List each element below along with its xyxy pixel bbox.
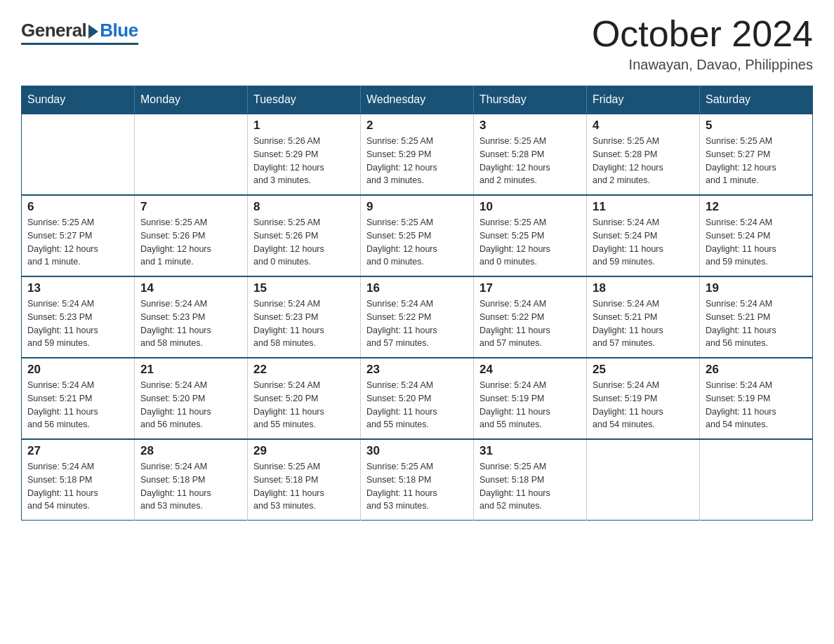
day-number: 16 (366, 281, 468, 295)
day-number: 24 (479, 363, 581, 377)
calendar-cell (700, 439, 813, 521)
logo-blue-text: Blue (100, 20, 138, 41)
day-info: Sunrise: 5:24 AM Sunset: 5:22 PM Dayligh… (366, 297, 468, 350)
day-info: Sunrise: 5:24 AM Sunset: 5:21 PM Dayligh… (27, 379, 128, 431)
weekday-header-row: SundayMondayTuesdayWednesdayThursdayFrid… (22, 86, 813, 114)
calendar-cell (22, 114, 135, 195)
calendar-cell: 17Sunrise: 5:24 AM Sunset: 5:22 PM Dayli… (474, 276, 587, 358)
day-number: 31 (479, 444, 581, 458)
calendar-cell: 15Sunrise: 5:24 AM Sunset: 5:23 PM Dayli… (248, 276, 361, 358)
day-info: Sunrise: 5:25 AM Sunset: 5:28 PM Dayligh… (593, 135, 694, 187)
calendar-cell: 6Sunrise: 5:25 AM Sunset: 5:27 PM Daylig… (22, 195, 135, 276)
calendar-cell: 7Sunrise: 5:25 AM Sunset: 5:26 PM Daylig… (135, 195, 248, 276)
day-number: 13 (27, 281, 128, 295)
day-info: Sunrise: 5:24 AM Sunset: 5:18 PM Dayligh… (140, 460, 241, 513)
calendar-cell: 1Sunrise: 5:26 AM Sunset: 5:29 PM Daylig… (248, 114, 361, 195)
day-number: 25 (593, 363, 694, 377)
calendar-cell: 9Sunrise: 5:25 AM Sunset: 5:25 PM Daylig… (361, 195, 474, 276)
day-info: Sunrise: 5:24 AM Sunset: 5:20 PM Dayligh… (366, 379, 468, 431)
calendar-cell: 18Sunrise: 5:24 AM Sunset: 5:21 PM Dayli… (587, 276, 700, 358)
calendar-cell: 24Sunrise: 5:24 AM Sunset: 5:19 PM Dayli… (474, 358, 587, 439)
day-info: Sunrise: 5:24 AM Sunset: 5:20 PM Dayligh… (253, 379, 355, 431)
day-info: Sunrise: 5:25 AM Sunset: 5:29 PM Dayligh… (366, 135, 468, 187)
title-section: October 2024 Inawayan, Davao, Philippine… (592, 14, 813, 73)
weekday-header-monday: Monday (135, 86, 248, 114)
day-info: Sunrise: 5:24 AM Sunset: 5:19 PM Dayligh… (593, 379, 694, 431)
day-info: Sunrise: 5:24 AM Sunset: 5:23 PM Dayligh… (253, 297, 355, 350)
day-info: Sunrise: 5:24 AM Sunset: 5:21 PM Dayligh… (706, 297, 807, 350)
day-number: 23 (366, 363, 468, 377)
day-number: 29 (253, 444, 355, 458)
calendar-cell: 20Sunrise: 5:24 AM Sunset: 5:21 PM Dayli… (22, 358, 135, 439)
day-info: Sunrise: 5:24 AM Sunset: 5:18 PM Dayligh… (27, 460, 128, 513)
weekday-header-sunday: Sunday (22, 86, 135, 114)
day-info: Sunrise: 5:24 AM Sunset: 5:19 PM Dayligh… (706, 379, 807, 431)
calendar-cell: 28Sunrise: 5:24 AM Sunset: 5:18 PM Dayli… (135, 439, 248, 521)
day-info: Sunrise: 5:24 AM Sunset: 5:22 PM Dayligh… (479, 297, 581, 350)
day-number: 28 (140, 444, 241, 458)
calendar-cell: 12Sunrise: 5:24 AM Sunset: 5:24 PM Dayli… (700, 195, 813, 276)
day-info: Sunrise: 5:25 AM Sunset: 5:26 PM Dayligh… (253, 216, 355, 269)
day-info: Sunrise: 5:24 AM Sunset: 5:23 PM Dayligh… (140, 297, 241, 350)
day-number: 3 (479, 119, 581, 133)
day-info: Sunrise: 5:25 AM Sunset: 5:28 PM Dayligh… (479, 135, 581, 187)
calendar-cell: 30Sunrise: 5:25 AM Sunset: 5:18 PM Dayli… (361, 439, 474, 521)
day-number: 1 (253, 119, 355, 133)
logo: General Blue (21, 20, 138, 45)
calendar-cell: 27Sunrise: 5:24 AM Sunset: 5:18 PM Dayli… (22, 439, 135, 521)
day-number: 8 (253, 200, 355, 214)
calendar-cell: 5Sunrise: 5:25 AM Sunset: 5:27 PM Daylig… (700, 114, 813, 195)
calendar-cell: 3Sunrise: 5:25 AM Sunset: 5:28 PM Daylig… (474, 114, 587, 195)
day-number: 30 (366, 444, 468, 458)
day-number: 12 (706, 200, 807, 214)
day-number: 27 (27, 444, 128, 458)
page-header: General Blue October 2024 Inawayan, Dava… (21, 14, 813, 73)
calendar-cell: 8Sunrise: 5:25 AM Sunset: 5:26 PM Daylig… (248, 195, 361, 276)
calendar-week-row: 13Sunrise: 5:24 AM Sunset: 5:23 PM Dayli… (22, 276, 813, 358)
location-text: Inawayan, Davao, Philippines (592, 57, 813, 73)
calendar-body: 1Sunrise: 5:26 AM Sunset: 5:29 PM Daylig… (22, 114, 813, 521)
day-number: 15 (253, 281, 355, 295)
calendar-cell (135, 114, 248, 195)
calendar-cell: 25Sunrise: 5:24 AM Sunset: 5:19 PM Dayli… (587, 358, 700, 439)
day-number: 4 (593, 119, 694, 133)
weekday-header-wednesday: Wednesday (361, 86, 474, 114)
calendar-cell: 29Sunrise: 5:25 AM Sunset: 5:18 PM Dayli… (248, 439, 361, 521)
calendar-cell: 14Sunrise: 5:24 AM Sunset: 5:23 PM Dayli… (135, 276, 248, 358)
day-info: Sunrise: 5:24 AM Sunset: 5:24 PM Dayligh… (706, 216, 807, 269)
calendar-week-row: 20Sunrise: 5:24 AM Sunset: 5:21 PM Dayli… (22, 358, 813, 439)
day-number: 2 (366, 119, 468, 133)
calendar-week-row: 6Sunrise: 5:25 AM Sunset: 5:27 PM Daylig… (22, 195, 813, 276)
day-number: 9 (366, 200, 468, 214)
calendar-cell (587, 439, 700, 521)
day-info: Sunrise: 5:25 AM Sunset: 5:27 PM Dayligh… (27, 216, 128, 269)
day-number: 5 (706, 119, 807, 133)
logo-general-text: General (21, 20, 86, 41)
calendar-cell: 21Sunrise: 5:24 AM Sunset: 5:20 PM Dayli… (135, 358, 248, 439)
day-info: Sunrise: 5:25 AM Sunset: 5:18 PM Dayligh… (253, 460, 355, 513)
day-info: Sunrise: 5:26 AM Sunset: 5:29 PM Dayligh… (253, 135, 355, 187)
calendar-cell: 13Sunrise: 5:24 AM Sunset: 5:23 PM Dayli… (22, 276, 135, 358)
day-number: 7 (140, 200, 241, 214)
calendar-table: SundayMondayTuesdayWednesdayThursdayFrid… (21, 86, 813, 521)
day-info: Sunrise: 5:24 AM Sunset: 5:20 PM Dayligh… (140, 379, 241, 431)
day-info: Sunrise: 5:25 AM Sunset: 5:27 PM Dayligh… (706, 135, 807, 187)
weekday-header-saturday: Saturday (700, 86, 813, 114)
calendar-cell: 22Sunrise: 5:24 AM Sunset: 5:20 PM Dayli… (248, 358, 361, 439)
weekday-header-tuesday: Tuesday (248, 86, 361, 114)
day-number: 26 (706, 363, 807, 377)
day-number: 18 (593, 281, 694, 295)
day-info: Sunrise: 5:25 AM Sunset: 5:18 PM Dayligh… (366, 460, 468, 513)
day-number: 20 (27, 363, 128, 377)
day-info: Sunrise: 5:25 AM Sunset: 5:18 PM Dayligh… (479, 460, 581, 513)
logo-arrow-icon (88, 25, 98, 39)
day-info: Sunrise: 5:25 AM Sunset: 5:26 PM Dayligh… (140, 216, 241, 269)
day-info: Sunrise: 5:24 AM Sunset: 5:21 PM Dayligh… (593, 297, 694, 350)
weekday-header-friday: Friday (587, 86, 700, 114)
calendar-cell: 26Sunrise: 5:24 AM Sunset: 5:19 PM Dayli… (700, 358, 813, 439)
day-number: 11 (593, 200, 694, 214)
day-number: 22 (253, 363, 355, 377)
day-info: Sunrise: 5:25 AM Sunset: 5:25 PM Dayligh… (366, 216, 468, 269)
calendar-week-row: 27Sunrise: 5:24 AM Sunset: 5:18 PM Dayli… (22, 439, 813, 521)
logo-underline (21, 43, 138, 45)
